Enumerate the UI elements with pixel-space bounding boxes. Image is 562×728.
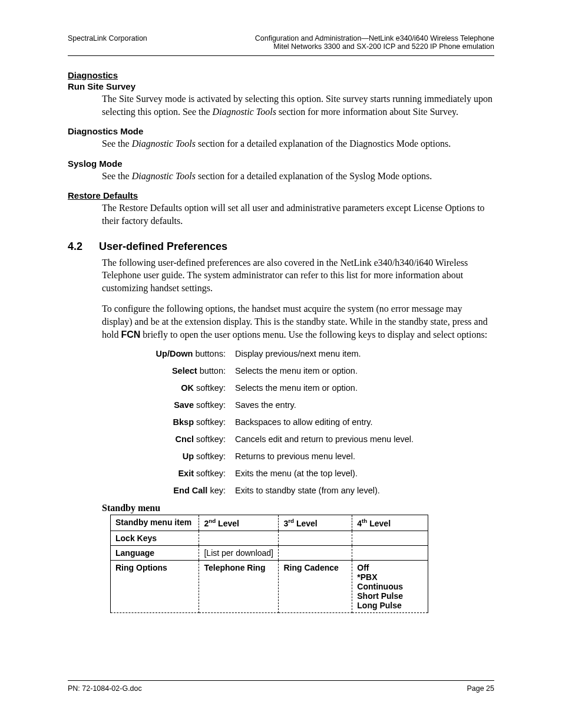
- cell: [199, 531, 279, 545]
- cell: [List per download]: [199, 545, 279, 560]
- cell: Off*PBXContinuousShort PulseLong Pulse: [352, 560, 428, 612]
- key-row: OK softkey:Selects the menu item or opti…: [114, 383, 494, 393]
- table-row: Ring Options Telephone Ring Ring Cadence…: [111, 560, 428, 612]
- key-label: Up softkey:: [114, 452, 235, 461]
- key-label: Bksp softkey:: [114, 417, 235, 427]
- key-description: Saves the entry.: [235, 400, 494, 410]
- text-fragment: FCN: [121, 330, 140, 340]
- col-header-4: 4th Level: [352, 515, 428, 531]
- footer-right: Page 25: [467, 684, 494, 693]
- cell: Ring Options: [111, 560, 199, 612]
- cell: Lock Keys: [111, 531, 199, 545]
- cell: Telephone Ring: [199, 560, 279, 612]
- key-description: Returns to previous menu level.: [235, 452, 494, 461]
- key-description: Selects the menu item or option.: [235, 383, 494, 393]
- text-fragment: briefly to open the user options menu. U…: [140, 330, 487, 340]
- table-row: Lock Keys: [111, 531, 428, 545]
- key-row: Exit softkey:Exits the menu (at the top …: [114, 469, 494, 478]
- key-label: End Call key:: [114, 486, 235, 495]
- cell-line: Off: [357, 563, 423, 572]
- header-right-line2: Mitel Networks 3300 and SX-200 ICP and 5…: [255, 42, 494, 51]
- table-header-row: Standby menu item 2nd Level 3rd Level 4t…: [111, 515, 428, 531]
- standby-menu-title: Standby menu: [102, 503, 494, 513]
- cell-line: Long Pulse: [357, 601, 423, 610]
- run-site-survey-body: The Site Survey mode is activated by sel…: [102, 93, 494, 118]
- standby-menu-table: Standby menu item 2nd Level 3rd Level 4t…: [110, 515, 428, 613]
- cell-line: Short Pulse: [357, 591, 423, 601]
- text-fragment: section for a detailed explanation of th…: [196, 139, 451, 149]
- syslog-mode-heading: Syslog Mode: [68, 159, 494, 169]
- text-fragment: section for a detailed explanation of th…: [196, 171, 432, 181]
- cell: [352, 531, 428, 545]
- key-description: Display previous/next menu item.: [235, 349, 494, 358]
- cell: [352, 545, 428, 560]
- key-row: Up softkey:Returns to previous menu leve…: [114, 452, 494, 461]
- key-row: Cncl softkey:Cancels edit and return to …: [114, 434, 494, 444]
- key-label: Cncl softkey:: [114, 434, 235, 444]
- chapter-title: User-defined Preferences: [99, 241, 227, 253]
- cell: Language: [111, 545, 199, 560]
- diagnostics-mode-body: See the Diagnostic Tools section for a d…: [102, 137, 494, 150]
- text-fragment: See the: [102, 171, 132, 181]
- key-description: Exits to standby state (from any level).: [235, 486, 494, 495]
- text-fragment: Diagnostic Tools: [213, 107, 276, 117]
- chapter-p2: To configure the following options, the …: [102, 302, 494, 341]
- text-fragment: section for more information about Site …: [276, 107, 458, 117]
- text-fragment: Diagnostic Tools: [132, 139, 196, 149]
- table-row: Language [List per download]: [111, 545, 428, 560]
- cell-line: *PBX: [357, 572, 423, 582]
- key-label: Exit softkey:: [114, 469, 235, 478]
- header-right: Configuration and Administration—NetLink…: [255, 34, 494, 51]
- run-site-survey-heading: Run Site Survey: [68, 81, 494, 91]
- key-row: Select button:Selects the menu item or o…: [114, 366, 494, 375]
- page-header: SpectraLink Corporation Configuration an…: [68, 34, 494, 56]
- restore-defaults-heading: Restore Defaults: [68, 190, 494, 200]
- key-description: Backspaces to allow editing of entry.: [235, 417, 494, 427]
- key-description: Exits the menu (at the top level).: [235, 469, 494, 478]
- key-label: Save softkey:: [114, 400, 235, 410]
- cell: [279, 531, 352, 545]
- key-row: Up/Down buttons:Display previous/next me…: [114, 349, 494, 358]
- chapter-heading: 4.2 User-defined Preferences: [68, 241, 494, 253]
- header-right-line1: Configuration and Administration—NetLink…: [255, 34, 494, 42]
- col-header-3: 3rd Level: [279, 515, 352, 531]
- text-fragment: See the: [102, 139, 132, 149]
- cell: Ring Cadence: [279, 560, 352, 612]
- key-label: OK softkey:: [114, 383, 235, 393]
- key-table: Up/Down buttons:Display previous/next me…: [114, 349, 494, 495]
- cell: [279, 545, 352, 560]
- key-description: Cancels edit and return to previous menu…: [235, 434, 494, 444]
- header-left: SpectraLink Corporation: [68, 34, 147, 51]
- chapter-p1: The following user-defined preferences a…: [102, 256, 494, 295]
- key-row: Bksp softkey:Backspaces to allow editing…: [114, 417, 494, 427]
- key-row: Save softkey:Saves the entry.: [114, 400, 494, 410]
- restore-defaults-body: The Restore Defaults option will set all…: [102, 202, 494, 227]
- diagnostics-heading: Diagnostics: [68, 70, 494, 80]
- syslog-mode-body: See the Diagnostic Tools section for a d…: [102, 170, 494, 183]
- text-fragment: Diagnostic Tools: [132, 171, 196, 181]
- key-label: Up/Down buttons:: [114, 349, 235, 358]
- page-footer: PN: 72-1084-02-G.doc Page 25: [68, 680, 494, 693]
- key-description: Selects the menu item or option.: [235, 366, 494, 375]
- col-header-2: 2nd Level: [199, 515, 279, 531]
- chapter-number: 4.2: [68, 241, 82, 253]
- key-label: Select button:: [114, 366, 235, 375]
- col-header-1: Standby menu item: [111, 515, 199, 531]
- diagnostics-mode-heading: Diagnostics Mode: [68, 126, 494, 136]
- footer-left: PN: 72-1084-02-G.doc: [68, 684, 142, 693]
- cell-line: Continuous: [357, 582, 423, 591]
- key-row: End Call key:Exits to standby state (fro…: [114, 486, 494, 495]
